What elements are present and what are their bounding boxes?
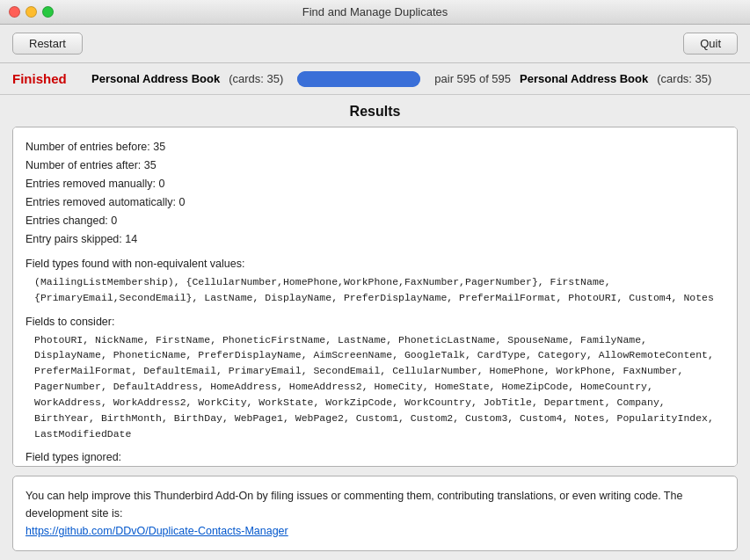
title-bar: Find and Manage Duplicates xyxy=(0,0,750,25)
fields-consider-values: PhotoURI, NickName, FirstName, PhoneticF… xyxy=(34,332,725,442)
status-row: Finished Personal Address Book (cards: 3… xyxy=(0,63,750,95)
non-equiv-label: Field types found with non-equivalent va… xyxy=(25,255,725,273)
dev-site-link[interactable]: https://github.com/DDvO/Duplicate-Contac… xyxy=(25,525,288,537)
toolbar: Restart Quit xyxy=(0,25,750,63)
book2-name: Personal Address Book xyxy=(520,72,648,85)
book1-cards: (cards: 35) xyxy=(229,72,283,85)
fields-ignored-label: Field types ignored: xyxy=(25,448,725,466)
info-text: You can help improve this Thunderbird Ad… xyxy=(25,490,682,520)
restart-button[interactable]: Restart xyxy=(12,33,83,55)
results-heading: Results xyxy=(0,95,750,127)
info-box: You can help improve this Thunderbird Ad… xyxy=(12,476,738,551)
non-equiv-values: (MailingListMembership), {CellularNumber… xyxy=(34,274,725,306)
progress-bar-fill xyxy=(297,71,420,87)
book2-cards: (cards: 35) xyxy=(657,72,711,85)
progress-bar xyxy=(297,71,420,87)
maximize-button[interactable] xyxy=(42,6,54,18)
close-button[interactable] xyxy=(9,6,20,18)
main-content: Number of entries before: 35 Number of e… xyxy=(0,127,750,560)
results-box[interactable]: Number of entries before: 35 Number of e… xyxy=(12,127,738,467)
stat-skipped: Entry pairs skipped: 14 xyxy=(25,230,725,248)
pair-info: pair 595 of 595 xyxy=(434,72,511,85)
quit-button[interactable]: Quit xyxy=(683,33,738,55)
fields-consider-label: Fields to consider: xyxy=(25,313,725,331)
stat-removed-manually: Entries removed manually: 0 xyxy=(25,175,725,193)
traffic-lights xyxy=(9,6,54,18)
window-title: Find and Manage Duplicates xyxy=(302,5,448,18)
minimize-button[interactable] xyxy=(25,6,37,18)
stat-entries-before: Number of entries before: 35 xyxy=(25,138,725,156)
stat-changed: Entries changed: 0 xyxy=(25,212,725,229)
book1-name: Personal Address Book xyxy=(91,72,220,85)
status-finished-label: Finished xyxy=(12,71,83,86)
stat-removed-auto: Entries removed automatically: 0 xyxy=(25,193,725,211)
stat-entries-after: Number of entries after: 35 xyxy=(25,156,725,174)
